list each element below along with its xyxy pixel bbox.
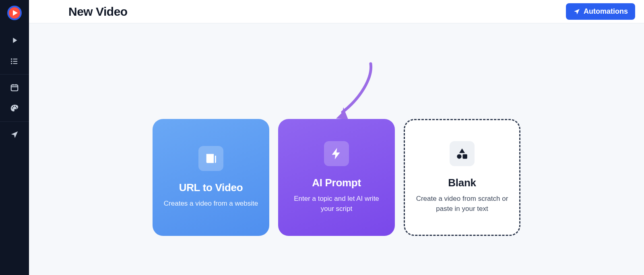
card-url-to-video[interactable]: URL to Video Creates a video from a webs… — [153, 119, 269, 236]
svg-rect-8 — [11, 85, 18, 91]
topbar: New Video Automations — [29, 0, 644, 23]
palette-icon — [10, 104, 19, 113]
sidebar — [0, 0, 29, 275]
card-description: Create a video from scratch or paste in … — [414, 194, 510, 214]
play-icon — [10, 36, 19, 45]
sidebar-item-calendar[interactable] — [0, 77, 29, 98]
card-blank[interactable]: Blank Create a video from scratch or pas… — [404, 119, 520, 236]
page-title: New Video — [68, 5, 128, 19]
card-description: Enter a topic and let AI write your scri… — [287, 194, 386, 214]
newspaper-icon — [198, 146, 223, 171]
automations-button-label: Automations — [584, 7, 628, 16]
card-description: Creates a video from a website — [164, 199, 258, 209]
send-icon — [573, 8, 580, 15]
card-title: AI Prompt — [312, 177, 361, 189]
sidebar-item-automations[interactable] — [0, 124, 29, 145]
svg-rect-3 — [13, 59, 17, 60]
svg-point-4 — [11, 60, 12, 62]
card-title: Blank — [448, 177, 476, 189]
svg-point-2 — [11, 58, 12, 60]
sidebar-divider — [0, 74, 29, 75]
lightning-icon — [324, 141, 349, 166]
shapes-icon — [450, 141, 475, 166]
svg-rect-13 — [462, 154, 467, 158]
svg-point-6 — [11, 63, 12, 64]
automations-button[interactable]: Automations — [566, 3, 635, 20]
card-title: URL to Video — [179, 181, 243, 194]
sidebar-item-list[interactable] — [0, 51, 29, 72]
card-ai-prompt[interactable]: AI Prompt Enter a topic and let AI write… — [278, 119, 395, 236]
app-logo[interactable] — [6, 5, 23, 21]
sidebar-divider-2 — [0, 121, 29, 122]
svg-point-12 — [457, 154, 461, 158]
svg-rect-7 — [13, 63, 17, 64]
sidebar-item-palette[interactable] — [0, 98, 29, 119]
sidebar-item-play[interactable] — [0, 30, 29, 51]
send-icon — [10, 130, 19, 139]
svg-rect-5 — [13, 61, 17, 62]
content: URL to Video Creates a video from a webs… — [29, 23, 644, 275]
arrow-annotation — [330, 60, 379, 124]
list-icon — [10, 57, 19, 66]
main: New Video Automations URL to Video Creat… — [29, 0, 644, 275]
calendar-icon — [10, 83, 19, 92]
